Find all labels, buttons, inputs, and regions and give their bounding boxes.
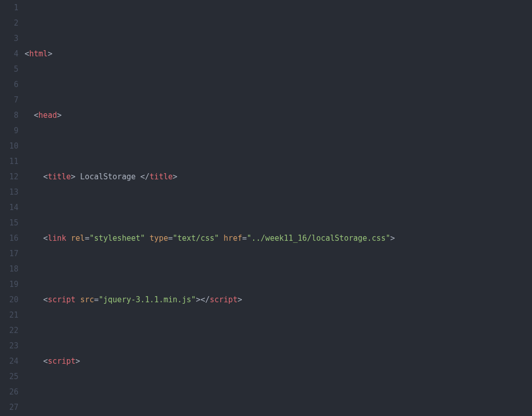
line-number: 18 — [0, 261, 18, 277]
line-number: 5 — [0, 61, 18, 77]
line-number: 24 — [0, 353, 18, 369]
line-number-gutter: 1 2 3 4 5 6 7 8 9 10 11 12 13 14 15 16 1… — [0, 0, 25, 416]
line-number: 4 — [0, 46, 18, 61]
line-number: 23 — [0, 338, 18, 353]
line-number: 12 — [0, 169, 18, 184]
line-number: 10 — [0, 138, 18, 154]
code-area[interactable]: <html> <head> <title> LocalStorage </tit… — [25, 0, 532, 416]
line-number: 11 — [0, 154, 18, 169]
line-number: 9 — [0, 123, 18, 138]
code-line[interactable]: <script> — [25, 353, 532, 369]
line-number: 8 — [0, 108, 18, 123]
line-number: 2 — [0, 15, 18, 31]
line-number: 19 — [0, 277, 18, 292]
code-line[interactable]: <link rel="stylesheet" type="text/css" h… — [25, 231, 532, 246]
line-number: 16 — [0, 231, 18, 246]
line-number: 13 — [0, 184, 18, 200]
line-number: 14 — [0, 200, 18, 215]
code-line[interactable]: <title> LocalStorage </title> — [25, 169, 532, 184]
line-number: 7 — [0, 92, 18, 108]
line-number: 27 — [0, 400, 18, 415]
code-line[interactable]: <head> — [25, 108, 532, 123]
code-line[interactable]: <script src="jquery-3.1.1.min.js"></scri… — [25, 292, 532, 307]
line-number: 17 — [0, 246, 18, 261]
code-line[interactable]: <html> — [25, 46, 532, 61]
line-number: 6 — [0, 77, 18, 92]
code-editor[interactable]: 1 2 3 4 5 6 7 8 9 10 11 12 13 14 15 16 1… — [0, 0, 532, 416]
line-number: 22 — [0, 323, 18, 338]
line-number: 20 — [0, 292, 18, 307]
line-number: 25 — [0, 369, 18, 384]
line-number: 3 — [0, 31, 18, 46]
line-number: 26 — [0, 384, 18, 400]
line-number: 15 — [0, 215, 18, 231]
line-number: 21 — [0, 307, 18, 323]
line-number: 1 — [0, 0, 18, 15]
